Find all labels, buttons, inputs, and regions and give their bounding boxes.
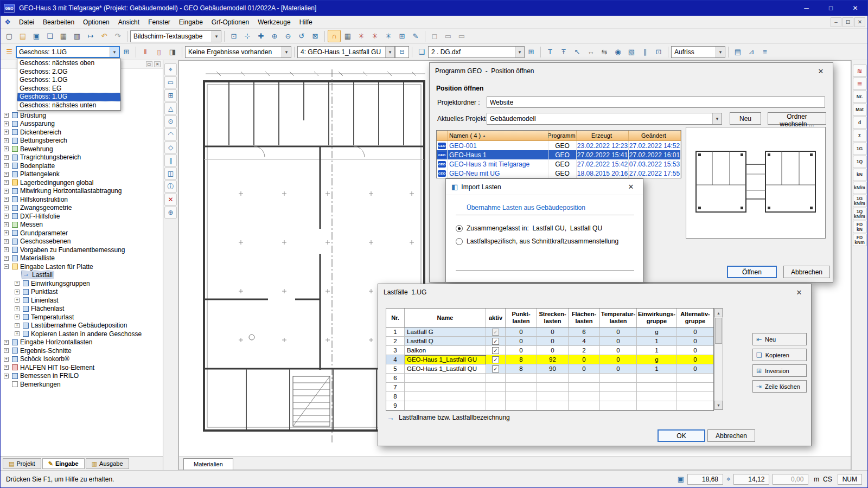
delete-row-button[interactable]: ⇥ Zeile löschen bbox=[752, 380, 807, 393]
tree-item[interactable]: Kopieren Lasten in andere Geschosse bbox=[4, 330, 163, 338]
note-icon[interactable]: ▭ bbox=[455, 30, 468, 42]
tree-item[interactable]: Schöck Isokorb® bbox=[4, 355, 163, 364]
triangle-tool[interactable]: △ bbox=[164, 102, 177, 114]
new-row-button[interactable]: ⇤ Neu bbox=[752, 333, 807, 345]
dropdown-item[interactable]: Geschoss: 1.UG bbox=[17, 93, 120, 101]
menu-item[interactable]: Optionen bbox=[79, 17, 114, 28]
tree-item[interactable]: Bodenplatte bbox=[4, 162, 163, 170]
dxf-layer-combo[interactable]: 2 . DG.dxf ▾ bbox=[428, 46, 525, 58]
origin-tool[interactable]: ⊕ bbox=[164, 207, 177, 219]
tree-item[interactable]: Lagerbedingungen global bbox=[4, 178, 163, 187]
save-all-icon[interactable]: ❏ bbox=[43, 30, 56, 42]
chevron-down-icon[interactable]: ▾ bbox=[712, 113, 722, 124]
levels-icon[interactable]: ≡ bbox=[758, 46, 771, 58]
delete-tool[interactable]: ✕ bbox=[164, 194, 177, 206]
expander-icon[interactable] bbox=[15, 306, 20, 311]
circle-tool[interactable]: ⊙ bbox=[164, 115, 177, 127]
aktiv-checkbox[interactable]: ✓ bbox=[492, 365, 499, 373]
lastfall-row[interactable]: 9 ✓ bbox=[386, 401, 713, 410]
wall-tool-icon[interactable]: ‖ bbox=[139, 46, 152, 58]
snap-endpoint-icon[interactable]: ✳ bbox=[355, 30, 368, 42]
expander-icon[interactable] bbox=[4, 357, 9, 362]
view-3d-icon[interactable]: ▧ bbox=[625, 46, 638, 58]
expander-icon[interactable] bbox=[4, 206, 9, 210]
show-q-kn-m-button[interactable]: 1Q kN/m bbox=[853, 208, 867, 220]
copy-row-button[interactable]: ❏ Kopieren bbox=[752, 349, 807, 361]
menu-item[interactable]: Ansicht bbox=[114, 17, 144, 28]
lastfall-combo[interactable]: 4: GEO-Haus 1_Lastfall GU ▾ bbox=[297, 46, 395, 58]
column-header[interactable]: Geändert bbox=[629, 131, 681, 140]
select-mode-icon[interactable]: ◻ bbox=[428, 30, 441, 42]
lastfall-edit-button[interactable]: ⊟ bbox=[395, 46, 409, 58]
new-file-icon[interactable]: ▢ bbox=[3, 30, 16, 42]
expander-icon[interactable] bbox=[4, 172, 9, 177]
tree-item[interactable]: Dickenbereich bbox=[4, 128, 163, 137]
lastfall-row[interactable]: 6 ✓ bbox=[386, 374, 713, 383]
ordner-wechseln-button[interactable]: Ordner wechseln ... bbox=[768, 112, 826, 125]
tree-item[interactable]: Ergebnis-Schnitte bbox=[4, 346, 163, 355]
lastfall-name[interactable]: Lastfall Q bbox=[405, 337, 486, 346]
aktiv-checkbox[interactable]: ✓ bbox=[492, 347, 499, 354]
snap-intersection-icon[interactable]: ✳ bbox=[382, 30, 395, 42]
radio-selected-icon[interactable] bbox=[456, 225, 463, 232]
menu-item[interactable]: Eingabe bbox=[175, 17, 207, 28]
tree-item[interactable]: Vorgaben zu Fundamentbemessung bbox=[4, 246, 163, 254]
column-header[interactable]: Erzeugt bbox=[577, 131, 629, 140]
comment-icon[interactable]: ▭ bbox=[442, 30, 455, 42]
view-mode-combo[interactable]: Aufriss ▾ bbox=[671, 46, 725, 58]
show-thickness-button[interactable]: d bbox=[853, 117, 867, 129]
close-icon[interactable]: ✕ bbox=[624, 181, 637, 193]
expander-icon[interactable] bbox=[4, 222, 9, 227]
expander-icon[interactable] bbox=[4, 256, 9, 261]
expander-icon[interactable] bbox=[4, 113, 9, 118]
tab-ausgabe[interactable]: ▥ Ausgabe bbox=[86, 458, 129, 469]
ok-button[interactable]: OK bbox=[658, 429, 705, 442]
show-sum-button[interactable]: Σ bbox=[853, 130, 867, 142]
table-scrollbar[interactable]: ▲ ▼ bbox=[714, 308, 723, 410]
scrollbar-thumb[interactable] bbox=[715, 318, 722, 344]
tree-item[interactable]: Hilfskonstruktion bbox=[4, 195, 163, 204]
scroll-down-icon[interactable]: ▼ bbox=[714, 401, 723, 409]
menu-item[interactable]: Grf-Optionen bbox=[207, 17, 253, 28]
expander-icon[interactable] bbox=[4, 121, 9, 126]
dropdown-item[interactable]: Geschoss: EG bbox=[17, 85, 120, 93]
tree-item[interactable]: Flächenlast bbox=[4, 305, 163, 313]
rectangle-tool[interactable]: ▭ bbox=[164, 76, 177, 88]
position-row[interactable]: GEO GEO-Haus 1 GEO 27.02.2022 15:41 27.0… bbox=[437, 150, 681, 159]
tab-materialien[interactable]: Materialien bbox=[183, 458, 233, 470]
lastfall-name[interactable]: GEO-Haus 1_Lastfall QU bbox=[405, 364, 486, 374]
dxf-add-icon[interactable]: ⊞ bbox=[525, 46, 538, 58]
tree-item[interactable]: Aussparung bbox=[4, 120, 163, 129]
expander-icon[interactable] bbox=[4, 138, 9, 143]
radio-lastfallspezifisch[interactable]: Lastfallspezifisch, aus Schnittkraftzusa… bbox=[456, 237, 618, 245]
position-row[interactable]: GEO GEO-Neu mit UG GEO 18.08.2015 20:16 … bbox=[437, 169, 681, 178]
chevron-down-icon[interactable]: ▾ bbox=[385, 47, 394, 57]
show-fd-knm-button[interactable]: FD kNm bbox=[853, 234, 867, 246]
clip-region-icon[interactable]: ⊡ bbox=[652, 46, 665, 58]
arc-tool[interactable]: ◠ bbox=[164, 129, 177, 140]
close-button[interactable]: ✕ bbox=[843, 1, 867, 16]
column-tool[interactable]: ◫ bbox=[164, 168, 177, 179]
expander-icon[interactable] bbox=[15, 281, 20, 286]
projektordner-input[interactable] bbox=[487, 97, 825, 108]
lastfall-row[interactable]: 8 ✓ bbox=[386, 392, 713, 401]
tree-item[interactable]: Bemerkungen bbox=[4, 380, 163, 389]
lastfall-row[interactable]: 2 Lastfall Q ✓ 0 0 4 0 1 0 bbox=[386, 337, 713, 346]
tree-item[interactable]: Punktlast bbox=[4, 288, 163, 297]
tree-item[interactable]: Temperaturlast bbox=[4, 313, 163, 322]
lastfall-row[interactable]: 4 GEO-Haus 1_Lastfall GU ✓ 8 92 0 0 g 0 bbox=[386, 355, 713, 364]
mdi-close-button[interactable]: ✕ bbox=[854, 17, 865, 27]
dropdown-item[interactable]: Geschoss: nächstes unten bbox=[17, 101, 120, 110]
position-row[interactable]: GEO GEO-Haus 3 mit Tiefgarage GEO 27.02.… bbox=[437, 159, 681, 169]
open-file-icon[interactable]: ▤ bbox=[16, 30, 29, 42]
undo-icon[interactable]: ↶ bbox=[98, 30, 111, 42]
expander-icon[interactable] bbox=[4, 348, 9, 353]
expander-icon[interactable] bbox=[15, 298, 20, 303]
lastfall-row[interactable]: 1 Lastfall G ✓ 0 0 6 0 g 0 bbox=[386, 328, 713, 337]
object-snap-icon[interactable]: ∩ bbox=[328, 30, 341, 42]
tree-item[interactable]: Messen bbox=[4, 221, 163, 229]
expander-icon[interactable] bbox=[4, 340, 9, 345]
abbrechen-button[interactable]: Abbrechen bbox=[707, 429, 755, 442]
column-header[interactable] bbox=[437, 131, 448, 140]
tree-item[interactable]: Materialliste bbox=[4, 254, 163, 263]
